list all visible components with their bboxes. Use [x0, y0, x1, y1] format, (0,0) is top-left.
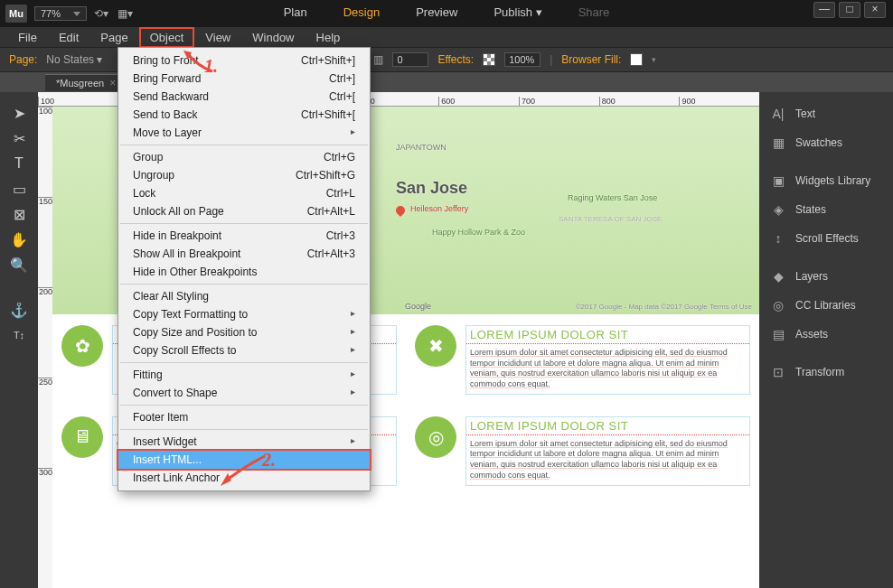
map-area-label: Happy Hollow Park & Zoo	[432, 228, 525, 237]
rectangle-tool[interactable]: ▭	[5, 177, 33, 201]
panel-assets[interactable]: ▤Assets	[759, 320, 893, 349]
menu-item-hide-in-breakpoint[interactable]: Hide in BreakpointCtrl+3	[118, 227, 370, 245]
menu-item-copy-size-and-position-to[interactable]: Copy Size and Position to	[118, 323, 370, 341]
object-menu-dropdown: Bring to FrontCtrl+Shift+]Bring ForwardC…	[118, 47, 371, 491]
menu-item-label: Fitting	[133, 369, 163, 381]
close-button[interactable]: ×	[864, 2, 886, 18]
mode-publish[interactable]: Publish ▾	[494, 5, 541, 19]
menu-item-footer-item[interactable]: Footer Item	[118, 408, 370, 426]
menu-item-label: Hide in Other Breakpoints	[133, 266, 257, 278]
mode-preview[interactable]: Preview	[416, 5, 457, 19]
panel-states[interactable]: ◈States	[759, 195, 893, 224]
hand-tool[interactable]: ✋	[5, 228, 33, 251]
menu-item-hide-in-other-breakpoints[interactable]: Hide in Other Breakpoints	[118, 263, 370, 281]
menu-item-show-all-in-breakpoint[interactable]: Show All in BreakpointCtrl+Alt+3	[118, 245, 370, 263]
menu-shortcut: Ctrl+Alt+3	[307, 247, 355, 260]
map-city-label: San Jose	[396, 179, 467, 198]
menu-item-convert-to-shape[interactable]: Convert to Shape	[118, 384, 370, 402]
app-icon: Mu	[5, 5, 27, 23]
effects-swatch[interactable]	[483, 53, 495, 66]
menu-item-label: Hide in Breakpoint	[133, 229, 221, 242]
layers-icon: ◆	[770, 269, 786, 284]
panel-widgets[interactable]: ▣Widgets Library	[759, 166, 893, 195]
menu-item-bring-to-front[interactable]: Bring to FrontCtrl+Shift+]	[118, 51, 370, 70]
browser-fill-swatch[interactable]	[630, 53, 643, 66]
minimize-button[interactable]: —	[813, 2, 835, 18]
anchor-tool[interactable]: ⚓	[5, 298, 33, 322]
close-icon[interactable]: ×	[109, 77, 116, 89]
menu-item-copy-text-formatting-to[interactable]: Copy Text Formatting to	[118, 305, 370, 323]
panel-transform[interactable]: ⊡Transform	[759, 358, 893, 387]
selection-tool[interactable]: ➤	[5, 101, 33, 125]
text-tool[interactable]: T	[5, 152, 33, 175]
menu-shortcut: Ctrl+Shift+[	[301, 108, 355, 121]
menu-item-label: Lock	[133, 187, 155, 200]
panel-cc[interactable]: ◎CC Libraries	[759, 291, 893, 320]
map-area-label: Raging Waters San Jose	[568, 193, 657, 202]
mode-plan[interactable]: Plan	[284, 5, 307, 19]
menu-item-unlock-all-on-page[interactable]: Unlock All on PageCtrl+Alt+L	[118, 202, 370, 220]
panel-scroll[interactable]: ↕Scroll Effects	[759, 224, 893, 253]
menu-separator	[120, 145, 368, 145]
menu-item-label: Ungroup	[133, 169, 174, 182]
panels-dock: A|Text ▦Swatches ▣Widgets Library ◈State…	[759, 92, 893, 588]
map-attribution: ©2017 Google - Map data ©2017 Google Ter…	[576, 303, 752, 311]
menu-item-insert-widget[interactable]: Insert Widget	[118, 433, 370, 451]
arrows-icon: ✖	[415, 325, 456, 367]
page-state[interactable]: No States ▾	[46, 53, 102, 66]
menu-item-ungroup[interactable]: UngroupCtrl+Shift+G	[118, 166, 370, 184]
menu-item-copy-scroll-effects-to[interactable]: Copy Scroll Effects to	[118, 341, 370, 359]
menu-page[interactable]: Page	[91, 29, 136, 46]
ruler-vertical: 100150200250300	[38, 107, 52, 588]
document-tab[interactable]: *Musgreen ×	[45, 74, 127, 91]
annotation-arrow-icon	[215, 452, 269, 488]
transform-icon: ⊡	[770, 365, 786, 379]
panel-swatches[interactable]: ▦Swatches	[759, 128, 893, 157]
menu-item-label: Footer Item	[133, 411, 188, 424]
link-icon[interactable]: ▥	[373, 53, 383, 66]
menu-item-send-to-back[interactable]: Send to BackCtrl+Shift+[	[118, 106, 370, 124]
frame-tool[interactable]: ⊠	[5, 202, 33, 226]
menu-item-label: Copy Text Formatting to	[133, 308, 248, 321]
menu-item-label: Group	[133, 151, 163, 163]
panel-text[interactable]: A|Text	[759, 99, 893, 128]
toolbox: ➤ ✂ T ▭ ⊠ ✋ 🔍 ⚓ T↕	[0, 92, 38, 588]
menu-item-send-backward[interactable]: Send BackwardCtrl+[	[118, 88, 370, 106]
menu-item-fitting[interactable]: Fitting	[118, 366, 370, 384]
menu-item-label: Clear All Styling	[133, 290, 209, 303]
menu-item-lock[interactable]: LockCtrl+L	[118, 184, 370, 202]
card-title: LOREM IPSUM DOLOR SIT	[466, 417, 749, 435]
zoom-tool[interactable]: 🔍	[5, 253, 33, 276]
crop-tool[interactable]: ✂	[5, 126, 33, 150]
x-input[interactable]	[392, 52, 428, 67]
text-icon: A|	[770, 107, 786, 121]
text-frame-tool[interactable]: T↕	[5, 323, 33, 347]
undo-stack-icon[interactable]: ⟲▾	[94, 7, 108, 20]
cc-icon: ◎	[770, 298, 786, 313]
menu-shortcut: Ctrl+Shift+]	[301, 54, 355, 67]
mode-share: Share	[578, 5, 610, 19]
gear-icon: ✿	[61, 325, 103, 367]
zoom-select[interactable]: 77%	[34, 6, 87, 21]
menu-shortcut: Ctrl+3	[326, 229, 355, 242]
mode-design[interactable]: Design	[343, 5, 380, 19]
maximize-button[interactable]: □	[839, 2, 860, 18]
menu-help[interactable]: Help	[307, 29, 350, 46]
menu-item-clear-all-styling[interactable]: Clear All Styling	[118, 287, 370, 305]
map-area-label: JAPANTOWN	[396, 143, 446, 152]
tab-title: *Musgreen	[56, 78, 104, 89]
menu-item-bring-forward[interactable]: Bring ForwardCtrl+]	[118, 70, 370, 88]
menu-item-group[interactable]: GroupCtrl+G	[118, 148, 370, 166]
menu-item-label: Show All in Breakpoint	[133, 247, 240, 260]
menu-file[interactable]: File	[9, 29, 46, 46]
effects-value[interactable]	[504, 52, 540, 67]
panel-layers[interactable]: ◆Layers	[759, 262, 893, 291]
menu-object[interactable]: Object	[141, 29, 193, 46]
menu-view[interactable]: View	[196, 29, 240, 46]
layout-icon[interactable]: ▦▾	[118, 7, 133, 20]
card-body: Lorem ipsum dolor sit amet consectetur a…	[466, 435, 749, 485]
menu-item-move-to-layer[interactable]: Move to Layer	[118, 124, 370, 142]
menu-item-label: Copy Size and Position to	[133, 326, 257, 339]
menu-edit[interactable]: Edit	[50, 29, 88, 46]
menu-window[interactable]: Window	[243, 29, 303, 46]
